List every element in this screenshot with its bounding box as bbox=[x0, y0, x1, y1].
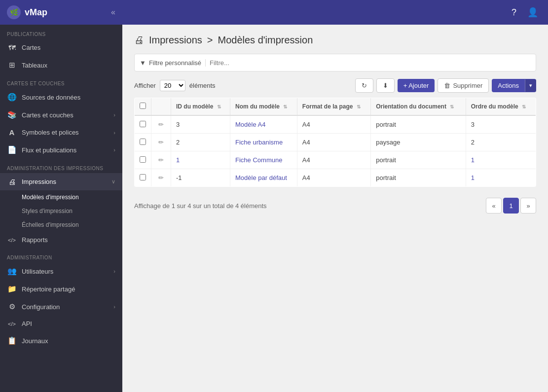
pagination-info: Affichage de 1 sur 4 sur un total de 4 é… bbox=[134, 202, 267, 210]
page-next-button[interactable]: » bbox=[520, 198, 536, 214]
sidebar-item-rapports[interactable]: </> Rapports bbox=[0, 232, 122, 248]
sort-icon: ⇅ bbox=[357, 104, 361, 109]
sources-icon: 🌐 bbox=[7, 93, 17, 102]
utilisateurs-icon: 👥 bbox=[7, 267, 17, 276]
pagination: Affichage de 1 sur 4 sur un total de 4 é… bbox=[134, 195, 536, 214]
show-label: Afficher bbox=[134, 82, 156, 89]
sidebar-item-label: Sources de données bbox=[22, 94, 80, 101]
col-format: Format de la page ⇅ bbox=[297, 98, 370, 116]
chevron-right-icon: › bbox=[113, 268, 115, 274]
chevron-right-icon: › bbox=[113, 130, 115, 136]
breadcrumb-current: Modèles d'impression bbox=[218, 35, 313, 46]
sidebar-item-label: Configuration bbox=[22, 303, 60, 311]
filter-input[interactable] bbox=[210, 59, 531, 67]
sidebar-item-journaux[interactable]: 📋 Journaux bbox=[0, 332, 122, 350]
sidebar-sub-label: Modèles d'impression bbox=[22, 194, 79, 201]
download-icon: ⬇ bbox=[383, 82, 388, 89]
actions-main-button[interactable]: Actions bbox=[492, 79, 525, 92]
add-button[interactable]: + Ajouter bbox=[398, 79, 435, 92]
sidebar-item-configuration[interactable]: ⚙ Configuration › bbox=[0, 298, 122, 316]
model-name-link[interactable]: Modèle A4 bbox=[235, 121, 265, 128]
page-1-button[interactable]: 1 bbox=[503, 198, 519, 214]
cell-format: A4 bbox=[297, 151, 370, 169]
logo-icon: 🌿 bbox=[7, 5, 21, 19]
sidebar-item-symboles[interactable]: A Symboles et polices › bbox=[0, 124, 122, 141]
sidebar-item-repertoire[interactable]: 📁 Répertoire partagé bbox=[0, 280, 122, 298]
row-checkbox[interactable] bbox=[140, 174, 146, 180]
sidebar-item-api[interactable]: </> API bbox=[0, 316, 122, 332]
cell-orientation: portrait bbox=[371, 151, 466, 169]
topbar: ? 👤 bbox=[122, 0, 548, 25]
per-page-select[interactable]: 20 10 50 100 bbox=[160, 80, 185, 91]
model-name-link[interactable]: Modèle par défaut bbox=[235, 174, 287, 181]
sidebar-sub-modeles[interactable]: Modèles d'impression bbox=[0, 190, 122, 204]
row-checkbox[interactable] bbox=[140, 121, 146, 127]
page-prev-button[interactable]: « bbox=[486, 198, 502, 214]
page-title-icon: 🖨 bbox=[134, 35, 144, 46]
refresh-icon: ↻ bbox=[362, 82, 367, 89]
model-order-link[interactable]: 1 bbox=[471, 174, 475, 181]
edit-button[interactable]: ✏ bbox=[156, 173, 166, 182]
model-id-link[interactable]: 1 bbox=[176, 156, 180, 164]
edit-button[interactable]: ✏ bbox=[156, 155, 166, 165]
sort-icon: ⇅ bbox=[217, 104, 221, 109]
table-row: ✏ -1 Modèle par défaut A4 portrait 1 bbox=[135, 169, 536, 187]
journaux-icon: 📋 bbox=[7, 336, 17, 345]
symboles-icon: A bbox=[7, 128, 17, 137]
actions-caret-button[interactable]: ▾ bbox=[525, 79, 536, 92]
sidebar-item-label: Rapports bbox=[22, 236, 48, 244]
toolbar-left: Afficher 20 10 50 100 éléments bbox=[134, 80, 216, 91]
cell-id: 2 bbox=[171, 134, 230, 151]
sidebar-item-impressions[interactable]: 🖨 Impressions ∨ bbox=[0, 173, 122, 190]
breadcrumb-separator: > bbox=[207, 35, 213, 46]
cell-name: Modèle par défaut bbox=[230, 169, 297, 187]
refresh-button[interactable]: ↻ bbox=[355, 78, 373, 93]
row-checkbox[interactable] bbox=[140, 156, 146, 163]
sidebar-collapse-button[interactable]: « bbox=[111, 8, 115, 17]
filter-bar: ▼ Filtre personnalisé bbox=[134, 54, 536, 71]
col-edit bbox=[151, 98, 171, 116]
actions-label: Actions bbox=[498, 82, 519, 89]
select-all-checkbox[interactable] bbox=[140, 103, 146, 109]
sidebar-item-sources[interactable]: 🌐 Sources de données bbox=[0, 88, 122, 106]
cartes-couches-icon: 📚 bbox=[7, 110, 17, 119]
sidebar-sub-echelles[interactable]: Échelles d'impression bbox=[0, 218, 122, 232]
sort-icon: ⇅ bbox=[522, 104, 526, 109]
model-name-link[interactable]: Fiche urbanisme bbox=[235, 139, 283, 146]
repertoire-icon: 📁 bbox=[7, 285, 17, 293]
delete-button-label: Supprimer bbox=[453, 82, 482, 89]
cell-format: A4 bbox=[297, 115, 370, 134]
sidebar-item-label: Utilisateurs bbox=[22, 268, 53, 275]
edit-button[interactable]: ✏ bbox=[156, 138, 166, 147]
delete-button[interactable]: 🗑 Supprimer bbox=[438, 78, 489, 93]
app-name: vMap bbox=[25, 7, 47, 18]
user-button[interactable]: 👤 bbox=[525, 5, 540, 20]
model-order-link[interactable]: 1 bbox=[471, 156, 475, 164]
sidebar-item-utilisateurs[interactable]: 👥 Utilisateurs › bbox=[0, 262, 122, 280]
section-publications: PUBLICATIONS bbox=[0, 25, 122, 39]
sidebar-item-tableaux[interactable]: ⊞ Tableaux bbox=[0, 56, 122, 74]
elements-label: éléments bbox=[189, 82, 216, 89]
sidebar-item-flux[interactable]: 📄 Flux et publications › bbox=[0, 141, 122, 159]
configuration-icon: ⚙ bbox=[7, 302, 17, 311]
download-button[interactable]: ⬇ bbox=[376, 78, 395, 93]
table-header-row: ID du modèle ⇅ Nom du modèle ⇅ Format de… bbox=[135, 98, 536, 116]
row-checkbox[interactable] bbox=[140, 139, 146, 145]
rapports-icon: </> bbox=[7, 237, 17, 243]
page-content: 🖨 Impressions > Modèles d'impression ▼ F… bbox=[122, 25, 548, 392]
sidebar-item-cartes[interactable]: 🗺 Cartes bbox=[0, 39, 122, 56]
sidebar-sub-styles[interactable]: Styles d'impression bbox=[0, 204, 122, 218]
col-orientation: Orientation du document ⇅ bbox=[371, 98, 466, 116]
cell-name: Fiche Commune bbox=[230, 151, 297, 169]
sidebar-item-cartes-couches[interactable]: 📚 Cartes et couches › bbox=[0, 106, 122, 124]
filter-label: ▼ Filtre personnalisé bbox=[140, 59, 206, 67]
help-button[interactable]: ? bbox=[510, 5, 518, 20]
model-name-link[interactable]: Fiche Commune bbox=[235, 156, 282, 164]
cell-format: A4 bbox=[297, 134, 370, 151]
sidebar-item-label: Tableaux bbox=[22, 62, 47, 69]
sidebar-sub-label: Échelles d'impression bbox=[22, 221, 79, 228]
chevron-right-icon: › bbox=[113, 147, 115, 153]
sidebar-item-label: Impressions bbox=[22, 178, 56, 185]
col-order: Ordre du modèle ⇅ bbox=[466, 98, 536, 116]
edit-button[interactable]: ✏ bbox=[156, 120, 166, 129]
